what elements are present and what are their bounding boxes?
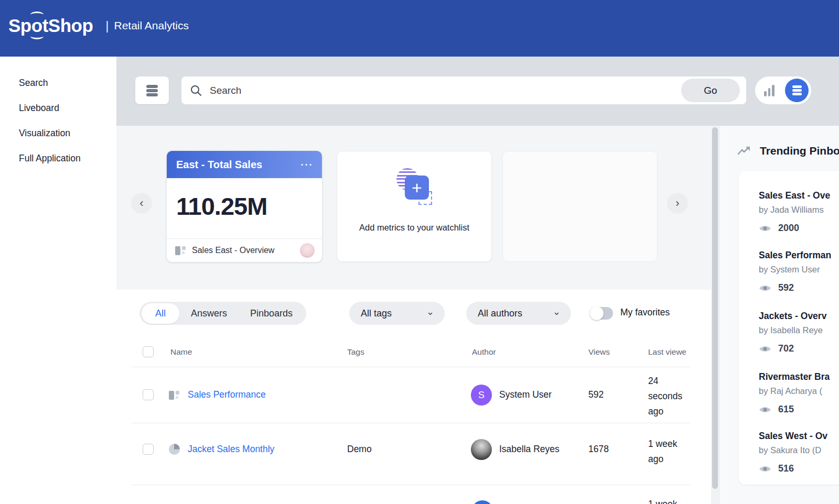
trending-header: Trending Pinboards: [737, 145, 839, 157]
data-view-button[interactable]: [785, 79, 809, 102]
watchlist-carousel: ‹ East - Total Sales ⋯ 110.25M Sales Eas…: [116, 126, 720, 290]
content-list-section: All Answers Pinboards All tags ⌄ All aut…: [116, 290, 712, 504]
add-metrics-label: Add metrics to your watchlist: [337, 223, 491, 233]
trending-item-title: Sales West - Ov: [759, 431, 839, 442]
carousel-next-button[interactable]: ›: [667, 193, 688, 214]
trending-card: Sales East - Ove by Jada Williams 2000 S…: [739, 171, 839, 485]
trending-item-views: 2000: [778, 223, 799, 234]
column-header-author[interactable]: Author: [472, 347, 496, 357]
watchlist-metric-card[interactable]: East - Total Sales ⋯ 110.25M Sales East …: [167, 151, 322, 262]
carousel-prev-button[interactable]: ‹: [131, 193, 152, 214]
row-last-viewed: 1 week ago: [648, 436, 687, 467]
row-author: Isabella Reyes: [499, 444, 560, 455]
liveboard-icon: [175, 246, 187, 256]
data-source-button[interactable]: [135, 76, 169, 104]
add-metrics-icon: +: [396, 168, 437, 209]
chevron-down-icon: ⌄: [553, 306, 561, 317]
trending-item-author: by Isabella Reye: [759, 325, 839, 335]
bar-chart-icon[interactable]: [764, 85, 775, 96]
sidebar-item-search[interactable]: Search: [19, 78, 48, 89]
trending-item[interactable]: Sales West - Ov by Sakura Ito (D 516: [759, 431, 839, 474]
logo-spot-icon: o: [31, 15, 42, 36]
tab-all[interactable]: All: [142, 303, 179, 324]
authors-dropdown-label: All authors: [478, 308, 522, 319]
tags-dropdown[interactable]: All tags ⌄: [349, 302, 445, 325]
sidebar-item-full-application[interactable]: Full Application: [19, 153, 81, 164]
trending-item-author: by Jada Williams: [759, 205, 839, 215]
row-checkbox[interactable]: [143, 389, 154, 400]
trending-item[interactable]: Sales East - Ove by Jada Williams 2000: [759, 190, 839, 234]
trending-item-author: by System User: [759, 265, 839, 275]
trending-item[interactable]: Jackets - Overv by Isabella Reye 702: [759, 311, 839, 354]
eye-icon: [759, 465, 771, 473]
trending-title: Trending Pinboards: [760, 145, 839, 157]
search-bar[interactable]: Go: [181, 76, 746, 104]
empty-watchlist-slot: [502, 151, 658, 262]
logo-text-2: tShop: [42, 15, 93, 36]
search-icon: [190, 84, 202, 97]
sidebar: Search Liveboard Visualization Full Appl…: [0, 57, 116, 504]
column-header-last-viewed[interactable]: Last viewed: [648, 347, 686, 357]
column-header-views[interactable]: Views: [588, 347, 610, 357]
search-input[interactable]: [210, 85, 681, 96]
metric-card-footer: Sales East - Overview: [167, 238, 322, 262]
scrollbar-thumb[interactable]: [712, 127, 718, 489]
row-checkbox[interactable]: [143, 444, 154, 455]
trending-up-icon: [737, 146, 751, 156]
avatar: [471, 439, 492, 460]
trending-item-author: by Sakura Ito (D: [759, 445, 839, 455]
logo-text: Sp: [8, 15, 31, 36]
row-last-viewed: 1 week: [648, 497, 687, 504]
column-header-name[interactable]: Name: [170, 347, 192, 357]
authors-dropdown[interactable]: All authors ⌄: [466, 302, 571, 325]
trending-item[interactable]: Sales Performan by System User 592: [759, 250, 839, 293]
metric-card-title: East - Total Sales: [176, 159, 262, 171]
column-header-tags[interactable]: Tags: [347, 347, 364, 357]
type-filter-tabs: All Answers Pinboards: [139, 302, 306, 325]
trending-item-views: 592: [778, 282, 794, 293]
more-menu-icon[interactable]: ⋯: [300, 162, 314, 167]
row-divider: [132, 423, 690, 423]
trending-item-views: 516: [778, 463, 794, 474]
brand-subtitle: Retail Analytics: [114, 19, 189, 32]
row-name-link[interactable]: Jacket Sales Monthly: [188, 444, 274, 455]
trending-item-title: Rivermaster Bra: [759, 371, 839, 382]
row-views: 592: [588, 389, 604, 400]
select-all-checkbox[interactable]: [143, 346, 154, 357]
database-icon: [146, 85, 158, 96]
eye-icon: [759, 224, 771, 233]
tab-pinboards[interactable]: Pinboards: [239, 303, 304, 324]
add-metrics-card[interactable]: + Add metrics to your watchlist: [337, 151, 492, 262]
avatar: [300, 243, 315, 258]
eye-icon: [759, 345, 771, 353]
sidebar-item-liveboard[interactable]: Liveboard: [19, 103, 59, 114]
trending-item-title: Jackets - Overv: [759, 311, 839, 322]
avatar: S: [471, 385, 492, 406]
liveboard-icon: [169, 390, 180, 400]
trending-item[interactable]: Rivermaster Bra by Raj Acharya ( 615: [759, 371, 839, 415]
chevron-down-icon: ⌄: [426, 306, 434, 317]
brand-separator: |: [105, 18, 109, 33]
sidebar-item-visualization[interactable]: Visualization: [19, 128, 70, 139]
avatar: [472, 500, 493, 504]
database-icon: [792, 85, 802, 95]
row-divider: [132, 485, 690, 485]
trending-item-author: by Raj Acharya (: [759, 386, 839, 396]
row-name-link[interactable]: Sales Performance: [188, 389, 266, 400]
search-band: Go: [116, 57, 839, 126]
my-favorites-label: My favorites: [620, 307, 670, 318]
metric-value: 110.25M: [176, 192, 267, 221]
tags-dropdown-label: All tags: [361, 308, 392, 319]
go-button[interactable]: Go: [681, 79, 740, 102]
my-favorites-toggle[interactable]: [590, 307, 613, 320]
trending-item-views: 615: [778, 404, 794, 415]
trending-item-views: 702: [778, 343, 794, 354]
tab-answers[interactable]: Answers: [179, 303, 239, 324]
brand-logo[interactable]: SpotShop: [8, 15, 93, 36]
metric-source-label: Sales East - Overview: [192, 246, 300, 255]
row-views: 1678: [588, 444, 609, 455]
view-mode-switcher: [755, 76, 811, 104]
row-last-viewed: 24 seconds ago: [648, 374, 687, 419]
row-tag: Demo: [347, 444, 372, 455]
row-divider: [132, 367, 690, 367]
